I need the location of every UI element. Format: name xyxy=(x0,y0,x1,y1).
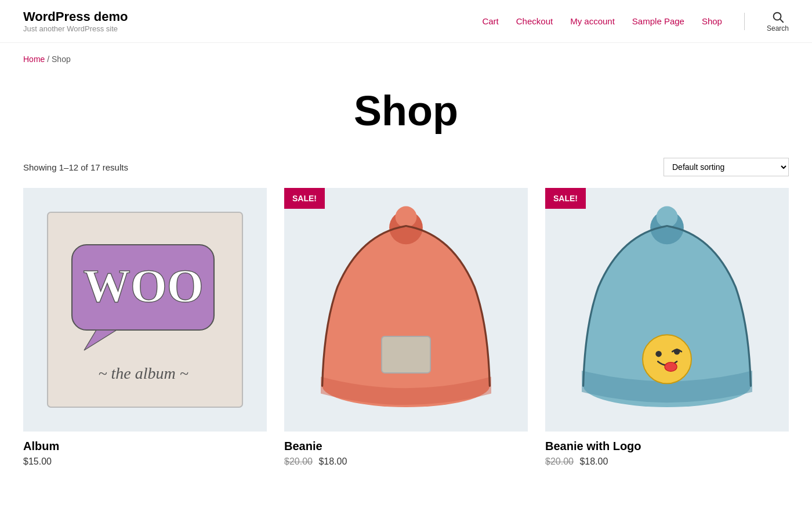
site-title[interactable]: WordPress demo xyxy=(23,9,128,24)
search-icon xyxy=(771,10,784,23)
product-image-beanie-logo[interactable]: SALE! xyxy=(545,188,789,432)
breadcrumb-current: Shop xyxy=(52,55,71,64)
breadcrumb-separator: / xyxy=(47,55,52,64)
svg-point-17 xyxy=(665,362,677,372)
product-price-beanie: $20.00 $18.00 xyxy=(284,456,528,467)
product-price-album: $15.00 xyxy=(23,456,267,467)
product-card-beanie: SALE! Beanie $20.00 $18.00 xyxy=(284,188,528,467)
product-image-album[interactable]: WOO ~ the album ~ xyxy=(23,188,267,432)
breadcrumb-home[interactable]: Home xyxy=(23,55,45,64)
product-image-beanie[interactable]: SALE! xyxy=(284,188,528,432)
sort-select[interactable]: Default sorting Sort by popularity Sort … xyxy=(664,158,789,176)
product-card-album: WOO ~ the album ~ Album $15.00 xyxy=(23,188,267,467)
beanie-image xyxy=(284,188,528,432)
product-name-beanie-logo[interactable]: Beanie with Logo xyxy=(545,440,789,453)
nav-shop[interactable]: Shop xyxy=(702,16,722,26)
svg-line-1 xyxy=(780,19,783,22)
shop-controls: Showing 1–12 of 17 results Default sorti… xyxy=(0,158,812,188)
nav-divider xyxy=(744,13,745,30)
album-image: WOO ~ the album ~ xyxy=(23,188,267,432)
product-name-beanie[interactable]: Beanie xyxy=(284,440,528,453)
svg-point-9 xyxy=(396,206,417,228)
site-tagline: Just another WordPress site xyxy=(23,24,128,33)
sale-badge-beanie: SALE! xyxy=(284,188,325,209)
price-sale-beanie: $18.00 xyxy=(318,456,347,466)
nav-my-account[interactable]: My account xyxy=(570,16,615,26)
site-branding: WordPress demo Just another WordPress si… xyxy=(23,9,128,33)
product-price-beanie-logo: $20.00 $18.00 xyxy=(545,456,789,467)
svg-text:WOO: WOO xyxy=(83,260,204,312)
product-card-beanie-logo: SALE! xyxy=(545,188,789,467)
svg-point-15 xyxy=(655,351,662,357)
page-title-section: Shop xyxy=(0,70,812,158)
nav-sample-page[interactable]: Sample Page xyxy=(632,16,684,26)
main-nav: Cart Checkout My account Sample Page Sho… xyxy=(482,10,789,32)
price-original-beanie-logo: $20.00 xyxy=(545,456,574,466)
product-name-album[interactable]: Album xyxy=(23,440,267,453)
svg-text:~ the  album ~: ~ the album ~ xyxy=(98,364,188,382)
svg-point-13 xyxy=(657,206,678,228)
price-regular: $15.00 xyxy=(23,456,52,466)
nav-cart[interactable]: Cart xyxy=(482,16,498,26)
product-grid: WOO ~ the album ~ Album $15.00 SALE! xyxy=(0,188,812,490)
page-title: Shop xyxy=(23,87,789,135)
sale-badge-beanie-logo: SALE! xyxy=(545,188,586,209)
price-original-beanie: $20.00 xyxy=(284,456,313,466)
breadcrumb: Home / Shop xyxy=(0,43,812,70)
price-sale-beanie-logo: $18.00 xyxy=(579,456,608,466)
search-label: Search xyxy=(767,24,789,32)
svg-rect-10 xyxy=(382,336,430,373)
site-header: WordPress demo Just another WordPress si… xyxy=(0,0,812,43)
search-button[interactable]: Search xyxy=(767,10,789,32)
beanie-logo-image xyxy=(545,188,789,432)
results-count: Showing 1–12 of 17 results xyxy=(23,162,128,172)
nav-checkout[interactable]: Checkout xyxy=(516,16,553,26)
svg-point-14 xyxy=(643,335,691,383)
